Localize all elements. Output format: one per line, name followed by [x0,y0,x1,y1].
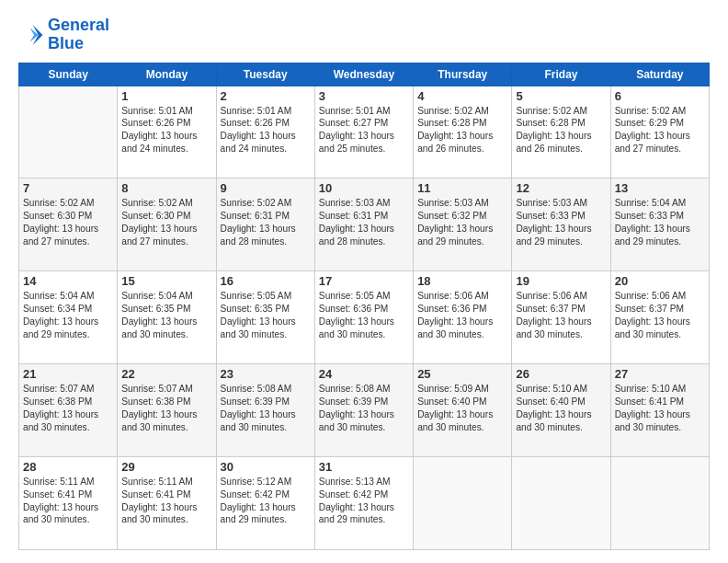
day-number: 26 [516,367,606,381]
header: General Blue [18,17,710,53]
sunrise-text: Sunrise: 5:01 AM [319,105,409,118]
calendar-cell: 29Sunrise: 5:11 AMSunset: 6:41 PMDayligh… [118,457,216,550]
calendar-cell: 3Sunrise: 5:01 AMSunset: 6:27 PMDaylight… [314,86,413,178]
sunset-text: Sunset: 6:31 PM [221,210,311,223]
day-number: 10 [319,181,409,195]
day-number: 1 [121,89,211,103]
calendar-cell: 25Sunrise: 5:09 AMSunset: 6:40 PMDayligh… [414,364,512,457]
daylight-text: Daylight: 13 hours [615,316,705,328]
sunset-text: Sunset: 6:27 PM [319,117,409,130]
sunrise-text: Sunrise: 5:13 AM [319,476,409,488]
day-number: 3 [319,89,409,103]
sunset-text: Sunset: 6:33 PM [516,210,606,223]
daylight-text-cont: and 30 minutes. [221,421,311,434]
daylight-text-cont: and 30 minutes. [319,421,409,434]
sunrise-text: Sunrise: 5:03 AM [516,197,606,210]
day-number: 25 [417,367,507,381]
day-number: 12 [516,181,606,195]
sunset-text: Sunset: 6:37 PM [516,303,606,316]
sunrise-text: Sunrise: 5:08 AM [221,383,311,396]
calendar-cell: 6Sunrise: 5:02 AMSunset: 6:29 PMDaylight… [610,86,709,178]
calendar-cell [19,86,118,178]
sunrise-text: Sunrise: 5:11 AM [23,476,113,488]
sunrise-text: Sunrise: 5:11 AM [121,476,211,488]
calendar-week-3: 14Sunrise: 5:04 AMSunset: 6:34 PMDayligh… [19,271,710,364]
daylight-text-cont: and 30 minutes. [516,328,606,341]
day-number: 13 [615,181,705,195]
sunset-text: Sunset: 6:31 PM [319,210,409,223]
daylight-text: Daylight: 13 hours [615,130,705,143]
calendar-cell: 28Sunrise: 5:11 AMSunset: 6:41 PMDayligh… [19,457,118,550]
sunrise-text: Sunrise: 5:05 AM [319,290,409,303]
sunset-text: Sunset: 6:29 PM [615,117,705,130]
daylight-text: Daylight: 13 hours [319,408,409,421]
sunset-text: Sunset: 6:28 PM [516,117,606,130]
day-number: 28 [23,460,113,474]
daylight-text-cont: and 28 minutes. [221,236,311,248]
sunset-text: Sunset: 6:40 PM [417,396,507,408]
daylight-text-cont: and 30 minutes. [121,513,211,526]
daylight-text-cont: and 30 minutes. [121,328,211,341]
daylight-text-cont: and 29 minutes. [516,236,606,248]
calendar-cell: 19Sunrise: 5:06 AMSunset: 6:37 PMDayligh… [512,271,610,364]
sunset-text: Sunset: 6:40 PM [516,396,606,408]
daylight-text-cont: and 24 minutes. [121,143,211,155]
sunset-text: Sunset: 6:41 PM [23,488,113,501]
daylight-text-cont: and 29 minutes. [615,236,705,248]
daylight-text-cont: and 30 minutes. [319,328,409,341]
calendar-cell: 8Sunrise: 5:02 AMSunset: 6:30 PMDaylight… [118,178,216,271]
sunrise-text: Sunrise: 5:02 AM [615,105,705,118]
calendar-cell: 24Sunrise: 5:08 AMSunset: 6:39 PMDayligh… [314,364,413,457]
daylight-text-cont: and 29 minutes. [319,513,409,526]
daylight-text-cont: and 27 minutes. [23,236,113,248]
day-header-sunday: Sunday [19,63,118,86]
daylight-text-cont: and 30 minutes. [23,421,113,434]
sunset-text: Sunset: 6:30 PM [121,210,211,223]
day-number: 17 [319,274,409,288]
calendar-cell: 10Sunrise: 5:03 AMSunset: 6:31 PMDayligh… [314,178,413,271]
sunrise-text: Sunrise: 5:10 AM [615,383,705,396]
sunset-text: Sunset: 6:32 PM [417,210,507,223]
day-number: 30 [221,460,311,474]
sunrise-text: Sunrise: 5:03 AM [319,197,409,210]
day-number: 20 [615,274,705,288]
daylight-text: Daylight: 13 hours [121,130,211,143]
day-number: 29 [121,460,211,474]
day-number: 8 [121,181,211,195]
sunset-text: Sunset: 6:35 PM [221,303,311,316]
daylight-text: Daylight: 13 hours [23,408,113,421]
calendar-cell: 23Sunrise: 5:08 AMSunset: 6:39 PMDayligh… [216,364,314,457]
calendar-cell: 16Sunrise: 5:05 AMSunset: 6:35 PMDayligh… [216,271,314,364]
sunrise-text: Sunrise: 5:07 AM [121,383,211,396]
sunrise-text: Sunrise: 5:02 AM [121,197,211,210]
day-number: 9 [221,181,311,195]
daylight-text: Daylight: 13 hours [319,501,409,514]
daylight-text: Daylight: 13 hours [417,316,507,328]
calendar-cell: 13Sunrise: 5:04 AMSunset: 6:33 PMDayligh… [610,178,709,271]
daylight-text: Daylight: 13 hours [121,408,211,421]
day-header-wednesday: Wednesday [314,63,413,86]
daylight-text: Daylight: 13 hours [516,316,606,328]
daylight-text: Daylight: 13 hours [23,223,113,236]
day-number: 2 [221,89,311,103]
daylight-text-cont: and 30 minutes. [516,421,606,434]
sunrise-text: Sunrise: 5:06 AM [417,290,507,303]
page: General Blue SundayMondayTuesdayWednesda… [0,0,728,563]
day-number: 23 [221,367,311,381]
sunset-text: Sunset: 6:42 PM [319,488,409,501]
day-number: 7 [23,181,113,195]
daylight-text-cont: and 30 minutes. [417,328,507,341]
calendar-cell: 30Sunrise: 5:12 AMSunset: 6:42 PMDayligh… [216,457,314,550]
sunrise-text: Sunrise: 5:10 AM [516,383,606,396]
calendar-week-4: 21Sunrise: 5:07 AMSunset: 6:38 PMDayligh… [19,364,710,457]
calendar-cell [414,457,512,550]
daylight-text: Daylight: 13 hours [221,501,311,514]
daylight-text: Daylight: 13 hours [121,501,211,514]
sunrise-text: Sunrise: 5:01 AM [121,105,211,118]
sunrise-text: Sunrise: 5:04 AM [23,290,113,303]
day-number: 11 [417,181,507,195]
daylight-text: Daylight: 13 hours [221,223,311,236]
logo-text: General Blue [48,17,109,53]
sunrise-text: Sunrise: 5:07 AM [23,383,113,396]
daylight-text: Daylight: 13 hours [319,316,409,328]
